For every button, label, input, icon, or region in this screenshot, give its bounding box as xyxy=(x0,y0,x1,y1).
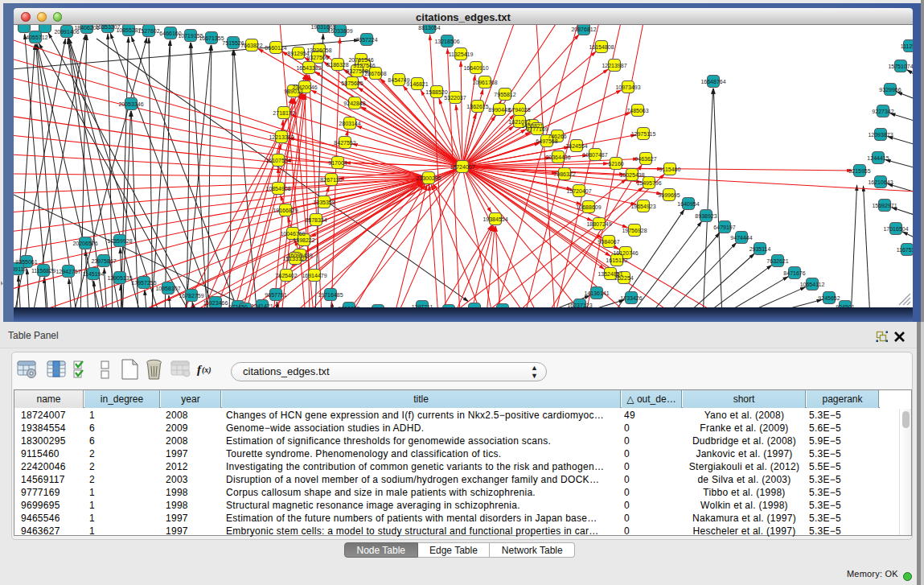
svg-text:11923466: 11923466 xyxy=(203,300,228,306)
svg-text:1498222: 1498222 xyxy=(293,237,314,243)
svg-text:10958107: 10958107 xyxy=(155,286,180,291)
svg-text:16914479: 16914479 xyxy=(302,273,326,278)
svg-text:5875685: 5875685 xyxy=(341,80,363,86)
svg-text:19166829: 19166829 xyxy=(273,208,298,213)
svg-text:16120746: 16120746 xyxy=(613,250,638,256)
svg-text:2718170: 2718170 xyxy=(273,110,294,116)
svg-text:9127546: 9127546 xyxy=(353,63,375,68)
svg-text:2935114: 2935114 xyxy=(749,246,771,252)
svg-text:16671355: 16671355 xyxy=(199,35,224,41)
svg-text:12213382: 12213382 xyxy=(269,134,294,140)
svg-text:9245652: 9245652 xyxy=(818,295,840,301)
svg-text:9474444: 9474444 xyxy=(730,235,752,241)
svg-text:15720407: 15720407 xyxy=(566,188,591,194)
svg-text:20053346: 20053346 xyxy=(118,101,143,107)
svg-text:9115460: 9115460 xyxy=(659,167,681,172)
svg-text:7357224: 7357224 xyxy=(355,37,377,43)
svg-text:16033809: 16033809 xyxy=(327,28,352,34)
svg-text:7625402: 7625402 xyxy=(275,273,297,278)
svg-text:11325419: 11325419 xyxy=(449,51,474,57)
svg-text:16648764: 16648764 xyxy=(700,79,725,84)
svg-text:15692971: 15692971 xyxy=(872,203,897,208)
svg-text:15495796: 15495796 xyxy=(636,180,661,186)
svg-text:9657791: 9657791 xyxy=(265,292,286,298)
svg-text:8427552: 8427552 xyxy=(334,140,355,146)
svg-text:19654923: 19654923 xyxy=(630,204,655,209)
svg-text:9327500: 9327500 xyxy=(306,55,328,60)
svg-text:16210643: 16210643 xyxy=(868,179,893,185)
svg-text:17359928: 17359928 xyxy=(107,238,132,244)
svg-text:9084067: 9084067 xyxy=(598,239,619,245)
svg-text:12905135: 12905135 xyxy=(107,275,132,281)
svg-text:7663822: 7663822 xyxy=(240,43,262,48)
svg-text:6479197: 6479197 xyxy=(713,225,735,230)
svg-text:14136141: 14136141 xyxy=(584,290,609,296)
svg-text:1362615: 1362615 xyxy=(466,104,488,109)
svg-text:23975867: 23975867 xyxy=(91,258,116,264)
svg-text:111254: 111254 xyxy=(901,43,913,49)
svg-text:16107554: 16107554 xyxy=(265,158,290,163)
svg-text:20876812: 20876812 xyxy=(571,27,596,32)
svg-text:11156829: 11156829 xyxy=(31,268,55,274)
svg-text:1145194: 1145194 xyxy=(83,271,105,277)
svg-text:7632621: 7632621 xyxy=(766,258,788,264)
svg-text:1640954: 1640954 xyxy=(677,201,699,207)
svg-text:15133121: 15133121 xyxy=(282,256,307,262)
svg-text:12942757: 12942757 xyxy=(55,269,80,274)
svg-text:9355061: 9355061 xyxy=(15,259,37,265)
svg-text:10807487: 10807487 xyxy=(582,152,607,158)
svg-text:17016504: 17016504 xyxy=(883,226,908,232)
svg-text:13218506: 13218506 xyxy=(434,39,459,44)
svg-text:12975115: 12975115 xyxy=(631,131,656,137)
svg-text:939119: 939119 xyxy=(14,266,27,272)
svg-text:(x): (x) xyxy=(202,365,211,375)
svg-text:16782759: 16782759 xyxy=(179,293,203,299)
svg-text:5322037: 5322037 xyxy=(444,95,466,101)
svg-text:10046768: 10046768 xyxy=(280,231,305,237)
svg-text:16543382: 16543382 xyxy=(296,65,321,71)
svg-text:8215955: 8215955 xyxy=(848,168,870,174)
svg-text:1335359: 1335359 xyxy=(313,200,335,205)
svg-text:1244415: 1244415 xyxy=(867,155,889,161)
svg-text:10973493: 10973493 xyxy=(615,84,640,90)
svg-text:10688609: 10688609 xyxy=(576,204,601,210)
svg-text:252254: 252254 xyxy=(614,275,633,281)
svg-text:10654112: 10654112 xyxy=(800,282,825,287)
svg-text:18724007: 18724007 xyxy=(450,164,474,170)
svg-text:10025438: 10025438 xyxy=(619,172,644,178)
svg-text:18807249: 18807249 xyxy=(586,221,611,227)
svg-text:10961768: 10961768 xyxy=(472,80,497,85)
svg-text:7955812: 7955812 xyxy=(494,92,515,97)
svg-text:9227342: 9227342 xyxy=(872,109,893,114)
svg-text:9146821: 9146821 xyxy=(406,81,428,87)
svg-text:9699695: 9699695 xyxy=(658,192,680,198)
svg-text:12213987: 12213987 xyxy=(602,63,626,68)
svg-text:6497568: 6497568 xyxy=(536,138,557,144)
svg-text:9777169: 9777169 xyxy=(526,126,548,132)
svg-text:1588520: 1588520 xyxy=(425,89,447,95)
svg-text:9463627: 9463627 xyxy=(634,156,656,162)
svg-text:19384554: 19384554 xyxy=(483,216,507,222)
svg-text:13226058: 13226058 xyxy=(306,47,331,53)
svg-text:16640910: 16640910 xyxy=(463,65,488,71)
svg-text:8878334: 8878334 xyxy=(305,217,326,223)
svg-text:23420046: 23420046 xyxy=(292,84,317,90)
svg-text:6794028: 6794028 xyxy=(508,107,530,113)
svg-text:20364436: 20364436 xyxy=(545,154,570,160)
svg-text:62160: 62160 xyxy=(608,161,624,167)
svg-text:2803144: 2803144 xyxy=(339,121,360,126)
svg-text:19756928: 19756928 xyxy=(622,228,647,233)
svg-text:8813054: 8813054 xyxy=(418,25,440,31)
svg-text:1167533: 1167533 xyxy=(897,247,913,253)
svg-text:8660124: 8660124 xyxy=(265,45,286,51)
svg-text:917004: 917004 xyxy=(328,160,347,166)
svg-text:1527602: 1527602 xyxy=(138,28,159,34)
svg-text:8990448: 8990448 xyxy=(488,107,510,113)
svg-text:10854908: 10854908 xyxy=(265,186,290,192)
svg-text:1615132: 1615132 xyxy=(606,257,627,263)
svg-text:23300295: 23300295 xyxy=(416,175,441,181)
svg-text:20761546: 20761546 xyxy=(348,57,373,63)
svg-text:8186328: 8186328 xyxy=(326,62,348,68)
svg-text:3624554: 3624554 xyxy=(565,143,587,149)
svg-text:9329966: 9329966 xyxy=(879,87,901,93)
